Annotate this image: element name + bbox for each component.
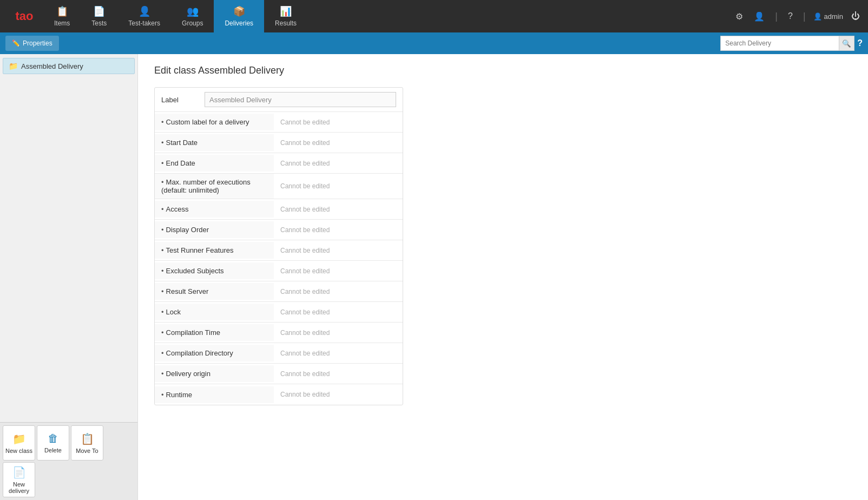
new-class-button[interactable]: 📁 New class (3, 425, 35, 460)
nav-item-deliveries[interactable]: 📦 Deliveries (214, 0, 264, 32)
field-label: Delivery origin (155, 365, 274, 382)
move-to-label: Move To (76, 448, 98, 454)
nav-label-groups: Groups (182, 19, 203, 27)
new-delivery-label: New delivery (5, 481, 33, 494)
delete-button[interactable]: 🗑 Delete (37, 425, 69, 460)
toolbar-help-button[interactable]: ? (857, 38, 863, 48)
nav-label-deliveries: Deliveries (225, 19, 253, 27)
form-card: Label Custom label for a deliveryCannot … (154, 87, 403, 405)
field-label: Lock (155, 304, 274, 320)
field-label: Custom label for a delivery (155, 114, 274, 130)
pencil-icon: ✏️ (12, 40, 20, 47)
logout-button[interactable]: ⏻ (849, 9, 863, 24)
field-value: Cannot be edited (274, 284, 403, 300)
testtakers-nav-icon: 👤 (139, 5, 150, 17)
logo-text: tao (16, 9, 34, 23)
nav-items: 📋 Items 📄 Tests 👤 Test-takers 👥 Groups 📦… (43, 0, 733, 32)
nav-label-items: Items (54, 19, 70, 27)
field-label: Result Server (155, 283, 274, 300)
logo: tao (5, 9, 43, 23)
nav-label-test-takers: Test-takers (128, 19, 160, 27)
users-button[interactable]: 👤 (751, 9, 767, 24)
field-label: Max. number of executions (default: unli… (155, 174, 274, 199)
form-field-row: End DateCannot be edited (155, 153, 403, 174)
help-button[interactable]: ? (785, 9, 795, 24)
field-value: Cannot be edited (274, 386, 403, 403)
nav-item-results[interactable]: 📊 Results (264, 0, 307, 32)
field-value: Cannot be edited (274, 135, 403, 151)
field-value: Cannot be edited (274, 201, 403, 218)
form-field-row: Display OrderCannot be edited (155, 220, 403, 240)
content-area: Edit class Assembled Delivery Label Cust… (138, 54, 868, 500)
properties-label: Properties (23, 40, 52, 47)
items-nav-icon: 📋 (56, 5, 68, 17)
sub-toolbar: ✏️ Properties 🔍 ? (0, 32, 868, 54)
nav-item-items[interactable]: 📋 Items (43, 0, 81, 32)
delete-label: Delete (44, 447, 62, 453)
field-label: Compilation Directory (155, 345, 274, 361)
form-field-row: Max. number of executions (default: unli… (155, 174, 403, 199)
form-field-row: Custom label for a deliveryCannot be edi… (155, 112, 403, 133)
field-label: Start Date (155, 134, 274, 151)
form-field-row: Compilation DirectoryCannot be edited (155, 343, 403, 364)
form-field-row: Excluded SubjectsCannot be edited (155, 261, 403, 281)
tree-item-label: Assembled Delivery (21, 62, 83, 70)
search-button[interactable]: 🔍 (839, 36, 854, 51)
nav-item-tests[interactable]: 📄 Tests (81, 0, 117, 32)
form-field-row: Delivery originCannot be edited (155, 364, 403, 384)
nav-label-tests: Tests (91, 19, 107, 27)
new-delivery-button[interactable]: 📄 New delivery (3, 462, 35, 497)
form-row-label: Label (155, 88, 403, 112)
field-label: Runtime (155, 386, 274, 403)
field-value: Cannot be edited (274, 345, 403, 361)
field-value: Cannot be edited (274, 304, 403, 320)
sidebar-actions: 📁 New class 🗑 Delete 📋 Move To 📄 New del… (0, 422, 137, 500)
settings-button[interactable]: ⚙ (733, 9, 746, 24)
admin-label: 👤 admin (813, 12, 843, 21)
form-field-row: LockCannot be edited (155, 302, 403, 323)
deliveries-nav-icon: 📦 (233, 5, 245, 17)
search-delivery-input[interactable] (720, 36, 839, 51)
field-value: Cannot be edited (274, 263, 403, 279)
admin-person-icon: 👤 (813, 12, 822, 21)
tests-nav-icon: 📄 (93, 5, 105, 17)
field-label: Display Order (155, 221, 274, 238)
field-label: End Date (155, 155, 274, 172)
sidebar: 📁 Assembled Delivery 📁 New class 🗑 Delet… (0, 54, 138, 500)
groups-nav-icon: 👥 (187, 5, 199, 17)
field-value: Cannot be edited (274, 222, 403, 238)
field-label: Test Runner Features (155, 242, 274, 259)
search-delivery-area: 🔍 ? (720, 36, 863, 51)
folder-icon: 📁 (9, 62, 18, 70)
form-field-row: RuntimeCannot be edited (155, 384, 403, 405)
nav-item-groups[interactable]: 👥 Groups (171, 0, 214, 32)
nav-item-test-takers[interactable]: 👤 Test-takers (117, 0, 171, 32)
form-field-row: Start DateCannot be edited (155, 133, 403, 153)
nav-right: ⚙ 👤 | ? | 👤 admin ⏻ (733, 9, 863, 24)
form-field-row: Result ServerCannot be edited (155, 281, 403, 302)
label-input[interactable] (205, 92, 396, 107)
nav-label-results: Results (275, 19, 297, 27)
field-value: Cannot be edited (274, 366, 403, 382)
results-nav-icon: 📊 (280, 5, 292, 17)
new-class-label: New class (5, 448, 32, 454)
new-delivery-icon: 📄 (12, 466, 26, 479)
field-label: Excluded Subjects (155, 262, 274, 279)
form-field-row: Test Runner FeaturesCannot be edited (155, 240, 403, 261)
field-value: Cannot be edited (274, 155, 403, 172)
field-rows: Custom label for a deliveryCannot be edi… (155, 112, 403, 405)
page-title: Edit class Assembled Delivery (154, 65, 852, 76)
delete-icon: 🗑 (48, 432, 58, 445)
label-input-wrapper: Label (155, 88, 403, 111)
sidebar-tree-item-assembled-delivery[interactable]: 📁 Assembled Delivery (3, 58, 135, 74)
form-field-row: AccessCannot be edited (155, 199, 403, 220)
field-value: Cannot be edited (274, 178, 403, 194)
properties-button[interactable]: ✏️ Properties (5, 36, 59, 51)
field-value: Cannot be edited (274, 242, 403, 259)
new-class-icon: 📁 (12, 432, 26, 445)
move-to-icon: 📋 (81, 432, 94, 445)
move-to-button[interactable]: 📋 Move To (71, 425, 103, 460)
field-label: Compilation Time (155, 324, 274, 341)
field-value: Cannot be edited (274, 114, 403, 130)
field-value: Cannot be edited (274, 325, 403, 341)
